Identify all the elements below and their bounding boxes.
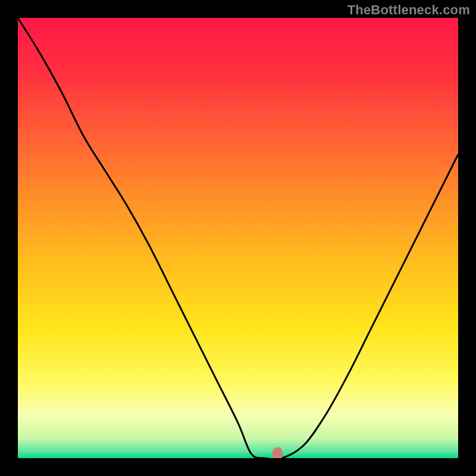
plot-area (18, 18, 458, 458)
watermark-text: TheBottleneck.com (347, 2, 470, 18)
gradient-background (18, 18, 458, 458)
chart-svg (18, 18, 458, 458)
chart-frame: TheBottleneck.com (0, 0, 476, 476)
